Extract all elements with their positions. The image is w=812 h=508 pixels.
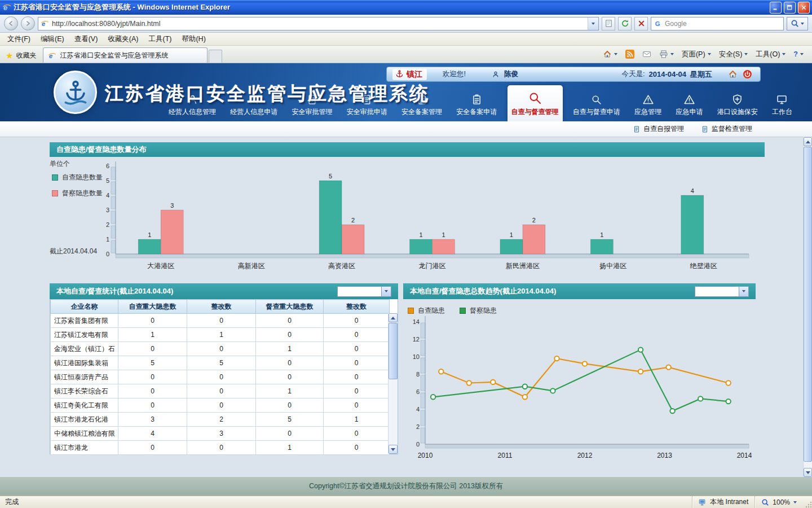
svg-text:高资港区: 高资港区 (328, 262, 355, 270)
table-cell: 0 (256, 328, 324, 342)
resize-grip[interactable] (803, 496, 812, 508)
svg-text:0: 0 (416, 441, 420, 448)
subnav-item-1[interactable]: 监督检查管理 (701, 124, 752, 134)
table-cell: 4 (118, 427, 187, 441)
favorites-button[interactable]: ★ 收藏夹 (0, 48, 42, 63)
nav-item-7[interactable]: 自查与督查申请 (569, 85, 624, 121)
table-cell: 5 (256, 413, 324, 427)
nav-item-1[interactable]: 经营人信息申请 (226, 85, 281, 121)
subnav-item-0[interactable]: 自查自报管理 (633, 124, 684, 134)
scroll-up-button[interactable] (389, 313, 398, 322)
table-row[interactable]: 金海宏业（镇江）石0010 (51, 342, 390, 356)
table-row[interactable]: 中储粮镇江粮油有限4300 (51, 427, 390, 441)
line-chart-panel: 本地自查/督查隐患总数趋势(截止2014.04.04) 自查隐患督察隐患 024… (403, 283, 756, 463)
help-button[interactable]: ? (789, 49, 807, 60)
menu-edit[interactable]: 编辑(E) (36, 33, 69, 46)
nav-item-5[interactable]: 安全备案申请 (452, 85, 501, 121)
nav-item-label: 安全审批管理 (292, 107, 333, 117)
line-filter-dropdown-icon[interactable] (739, 287, 748, 296)
nav-item-4[interactable]: 安全备案管理 (398, 85, 446, 121)
address-dropdown-button[interactable] (588, 17, 598, 30)
print-button[interactable] (655, 48, 678, 60)
logout-power-icon[interactable] (743, 69, 752, 79)
svg-text:1: 1 (442, 231, 445, 238)
menu-view[interactable]: 查看(V) (69, 33, 103, 46)
address-toolbar: e http://localhost:8080/yjpt/Main.html G… (0, 15, 812, 33)
nav-item-3[interactable]: 安全审批申请 (343, 85, 391, 121)
toolbar-menu-page[interactable]: 页面(P) (678, 48, 715, 61)
menu-favorites[interactable]: 收藏夹(A) (103, 33, 143, 46)
site-logo (54, 71, 97, 114)
line-filter-select[interactable] (695, 286, 749, 297)
table-filter-dropdown-icon[interactable] (381, 287, 391, 296)
svg-text:2010: 2010 (418, 452, 433, 459)
nav-item-11[interactable]: 工作台 (768, 85, 796, 121)
menu-file[interactable]: 文件(F) (2, 33, 36, 46)
nav-item-6[interactable]: 自查与督查管理 (508, 85, 563, 121)
new-tab-stub[interactable] (209, 50, 222, 63)
toolbar-menu-safety[interactable]: 安全(S) (715, 48, 752, 61)
svg-text:1: 1 (510, 231, 513, 238)
svg-text:6: 6 (106, 163, 109, 169)
scroll-thumb[interactable] (389, 323, 398, 379)
svg-text:e: e (3, 3, 7, 12)
table-row[interactable]: 镇江奇美化工有限0000 (51, 398, 390, 413)
table-row[interactable]: 江苏索普集团有限0000 (51, 314, 390, 328)
nav-item-2[interactable]: 安全审批管理 (288, 85, 337, 121)
address-bar[interactable]: e http://localhost:8080/yjpt/Main.html (38, 17, 599, 30)
zoom-control[interactable]: 100% (754, 496, 803, 508)
table-row[interactable]: 镇江恒泰沥青产品0000 (51, 370, 390, 384)
table-row[interactable]: 镇江市港龙石化港3251 (51, 413, 390, 427)
menu-tools[interactable]: 工具(T) (143, 33, 176, 46)
refresh-button[interactable] (618, 17, 632, 30)
stop-button[interactable] (634, 17, 648, 30)
minimize-button[interactable] (770, 2, 782, 14)
address-url[interactable]: http://localhost:8080/yjpt/Main.html (52, 20, 588, 28)
nav-item-10[interactable]: 港口设施保安 (713, 85, 762, 121)
username: 陈俊 (504, 69, 518, 79)
close-button[interactable] (798, 2, 810, 14)
nav-item-8[interactable]: 应急管理 (630, 85, 665, 121)
nav-item-0[interactable]: 经营人信息管理 (165, 85, 220, 121)
table-column-header: 自查重大隐患数 (118, 300, 187, 314)
table-filter-select[interactable] (337, 286, 391, 297)
svg-text:14: 14 (413, 318, 420, 325)
page-scroll-up-button[interactable] (804, 137, 812, 146)
table-cell: 3 (187, 427, 256, 441)
table-cell: 1 (118, 328, 187, 342)
mail-button[interactable] (638, 48, 655, 60)
table-row[interactable]: 镇江李长荣综合石0010 (51, 384, 390, 398)
table-row[interactable]: 江苏镇江发电有限1100 (51, 328, 390, 342)
compatibility-button[interactable] (602, 17, 615, 30)
svg-text:10: 10 (413, 353, 420, 360)
menu-help[interactable]: 帮助(H) (176, 33, 210, 46)
maximize-button[interactable] (784, 2, 796, 14)
svg-text:大港港区: 大港港区 (147, 262, 174, 270)
bar-panel-title: 自查隐患/督查隐患数量分布 (56, 144, 147, 155)
svg-text:2: 2 (351, 217, 355, 224)
browser-tab[interactable]: e 江苏省港口安全监管与应急管理系统 (43, 47, 208, 63)
svg-text:2: 2 (532, 217, 536, 224)
table-cell: 3 (118, 413, 187, 427)
search-button[interactable] (787, 17, 808, 30)
table-row[interactable]: 镇江市港龙0010 (51, 441, 390, 455)
scroll-down-button[interactable] (389, 445, 398, 454)
home-button[interactable] (599, 48, 621, 60)
table-row[interactable]: 镇江港国际集装箱5500 (51, 356, 390, 370)
page-scroll-thumb[interactable] (804, 147, 812, 462)
svg-text:4: 4 (691, 187, 694, 194)
status-text: 完成 (5, 497, 19, 507)
table-scrollbar[interactable] (388, 313, 398, 454)
stats-table-panel: 本地自查/督查统计(截止2014.04.04) 企业名称自查重大隐患数整改数督查… (50, 283, 398, 463)
feeds-button[interactable] (621, 48, 638, 60)
back-button[interactable] (4, 16, 18, 30)
page-scroll-down-button[interactable] (804, 468, 812, 477)
bar-chart-panel: 自查隐患/督查隐患数量分布 单位个 自查隐患数量督察隐患数量 截止2014.04… (50, 142, 765, 277)
forward-button[interactable] (21, 16, 35, 30)
portal-home-icon[interactable] (728, 69, 738, 79)
search-box[interactable]: G Google (651, 17, 784, 30)
toolbar-menu-tools[interactable]: 工具(O) (752, 48, 789, 61)
page-scrollbar[interactable] (803, 137, 812, 477)
nav-item-9[interactable]: 应急申请 (672, 85, 707, 121)
warning-icon (642, 94, 654, 106)
